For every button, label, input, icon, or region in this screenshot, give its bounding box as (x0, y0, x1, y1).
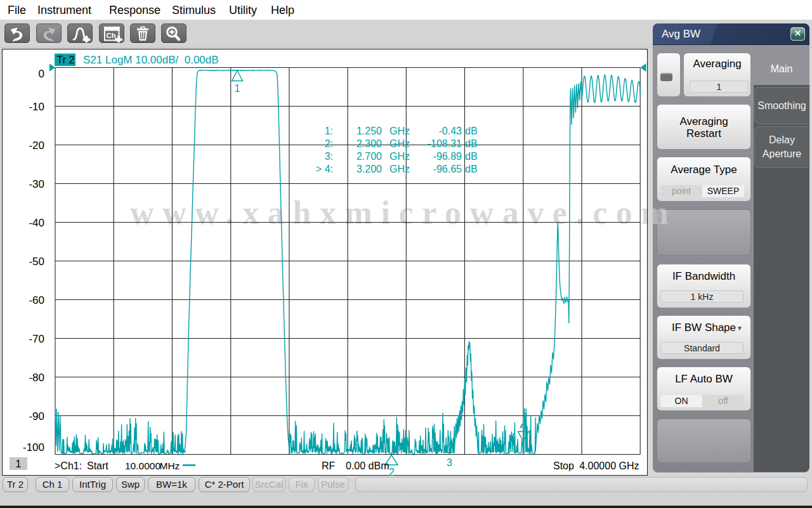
svg-text:Stop: Stop (553, 460, 574, 471)
svg-text:-70: -70 (29, 333, 44, 345)
svg-text:2.300: 2.300 (357, 138, 382, 149)
svg-text:MHz: MHz (160, 460, 180, 471)
svg-text:0: 0 (39, 68, 44, 80)
svg-text:-100: -100 (23, 441, 44, 453)
svg-text:-30: -30 (29, 178, 44, 190)
svg-text:-60: -60 (29, 294, 44, 306)
svg-text:2:: 2: (325, 138, 333, 149)
svg-text:2: 2 (389, 467, 395, 478)
svg-text:-40: -40 (29, 217, 44, 229)
svg-text:0.00 dBm: 0.00 dBm (346, 460, 389, 471)
svg-text:dB: dB (465, 164, 478, 174)
svg-text:GHz: GHz (390, 164, 410, 174)
svg-text:S21 LogM 10.00dB/ 0.00dB: S21 LogM 10.00dB/ 0.00dB (83, 54, 219, 66)
svg-text:3.200: 3.200 (357, 164, 382, 174)
svg-text:GHz: GHz (390, 138, 410, 149)
svg-text:10.0000: 10.0000 (125, 460, 160, 471)
svg-text:-90: -90 (29, 410, 44, 422)
svg-text:> 4:: > 4: (316, 164, 333, 174)
svg-text:-96.65: -96.65 (433, 164, 462, 174)
svg-text:3:: 3: (325, 151, 333, 162)
svg-text:4: 4 (520, 420, 525, 431)
svg-text:-96.89: -96.89 (433, 151, 462, 162)
svg-text:1: 1 (235, 83, 240, 94)
svg-text:RF: RF (322, 460, 336, 471)
svg-text:GHz: GHz (390, 126, 410, 136)
svg-text:2.700: 2.700 (357, 151, 382, 162)
svg-text:1:: 1: (325, 126, 333, 136)
svg-text:Start: Start (87, 460, 108, 471)
svg-text:Tr 2: Tr 2 (57, 55, 75, 65)
svg-text:dB: dB (465, 126, 478, 136)
svg-text:-50: -50 (29, 256, 44, 268)
svg-text:-10: -10 (29, 101, 44, 113)
svg-text:dB: dB (465, 151, 478, 162)
svg-text:3: 3 (447, 457, 452, 468)
svg-text:GHz: GHz (390, 151, 410, 162)
svg-text:1: 1 (16, 459, 22, 469)
svg-text:>Ch1:: >Ch1: (55, 460, 82, 471)
svg-text:4.00000 GHz: 4.00000 GHz (579, 460, 639, 471)
svg-text:dB: dB (465, 138, 478, 149)
svg-text:-108.31: -108.31 (428, 138, 462, 149)
svg-text:-20: -20 (29, 140, 44, 152)
svg-text:-80: -80 (29, 372, 44, 384)
svg-text:-0.43: -0.43 (439, 126, 462, 136)
svg-text:1.250: 1.250 (357, 126, 382, 136)
